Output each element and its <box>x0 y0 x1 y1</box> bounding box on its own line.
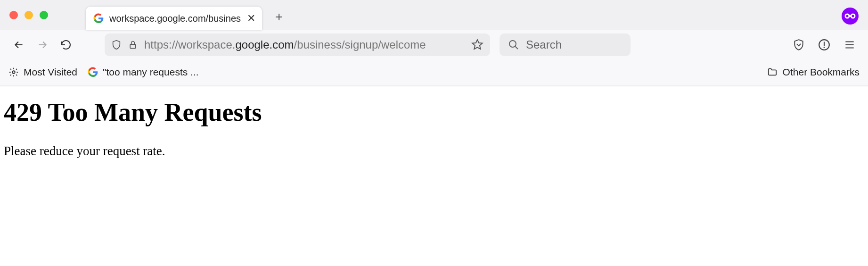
bookmark-star-icon[interactable] <box>471 39 483 51</box>
url-text: https://workspace.google.com/business/si… <box>144 38 426 51</box>
extensions-icon[interactable] <box>818 39 830 51</box>
window-controls <box>9 11 48 19</box>
svg-point-3 <box>846 15 849 17</box>
google-icon <box>93 13 104 24</box>
arrow-left-icon <box>13 39 25 51</box>
folder-icon <box>767 67 778 77</box>
svg-point-10 <box>12 71 15 74</box>
tab-title: workspace.google.com/business <box>109 13 241 24</box>
forward-button[interactable] <box>32 34 53 55</box>
url-host: google.com <box>235 38 294 51</box>
svg-point-9 <box>824 47 825 48</box>
svg-point-4 <box>852 15 854 17</box>
search-placeholder: Search <box>526 38 562 51</box>
svg-point-6 <box>509 41 516 47</box>
svg-rect-8 <box>824 42 825 46</box>
window-close-button[interactable] <box>9 11 18 19</box>
url-path: /business/signup/welcome <box>294 38 426 51</box>
url-prehost: workspace. <box>178 38 235 51</box>
back-button[interactable] <box>8 34 29 55</box>
profile-badge[interactable] <box>842 8 859 25</box>
bookmarks-bar: Most Visited "too many requests ... Othe… <box>0 59 868 85</box>
gear-icon <box>8 67 19 77</box>
menu-icon[interactable] <box>843 39 856 51</box>
error-body: Please reduce your request rate. <box>4 144 864 158</box>
arrow-right-icon <box>36 39 49 51</box>
search-icon <box>508 39 519 50</box>
error-heading: 429 Too Many Requests <box>4 98 864 127</box>
new-tab-button[interactable]: + <box>275 9 283 25</box>
incognito-mask-icon <box>844 13 856 19</box>
reload-icon <box>60 39 72 50</box>
search-box[interactable]: Search <box>500 33 631 56</box>
bookmark-most-visited[interactable]: Most Visited <box>8 66 77 78</box>
window-minimize-button[interactable] <box>25 11 33 19</box>
toolbar: https://workspace.google.com/business/si… <box>0 30 868 59</box>
shield-icon[interactable] <box>111 39 122 50</box>
lock-icon[interactable] <box>128 40 138 50</box>
bookmark-other-bookmarks[interactable]: Other Bookmarks <box>767 66 860 78</box>
bookmark-label: Other Bookmarks <box>783 66 860 78</box>
bookmark-label: Most Visited <box>24 66 77 78</box>
url-protocol: https:// <box>144 38 178 51</box>
svg-rect-2 <box>849 15 851 17</box>
bookmark-too-many-requests[interactable]: "too many requests ... <box>88 66 199 78</box>
window-maximize-button[interactable] <box>40 11 48 19</box>
toolbar-right <box>793 39 860 51</box>
page-content: 429 Too Many Requests Please reduce your… <box>0 86 868 166</box>
reload-button[interactable] <box>56 34 76 55</box>
tab-close-icon[interactable]: ✕ <box>247 13 255 24</box>
browser-tab[interactable]: workspace.google.com/business ✕ <box>86 7 262 30</box>
tab-strip: workspace.google.com/business ✕ + <box>0 0 868 30</box>
bookmark-label: "too many requests ... <box>103 66 199 78</box>
pocket-icon[interactable] <box>793 39 805 51</box>
address-bar[interactable]: https://workspace.google.com/business/si… <box>105 33 490 56</box>
google-icon <box>88 67 98 77</box>
svg-rect-5 <box>130 44 136 48</box>
